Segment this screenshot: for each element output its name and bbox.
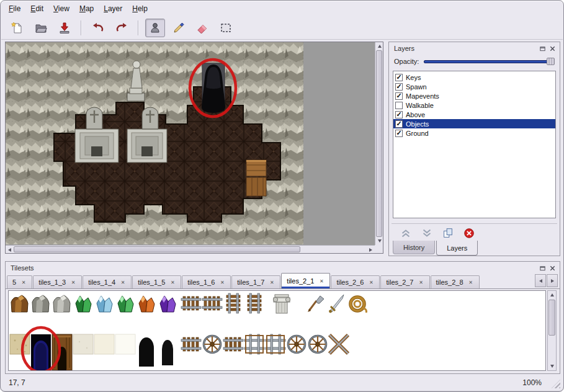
tile-wagon-wheel[interactable] [310,336,326,353]
tileset-tab-tiles_2_6[interactable]: tiles_2_6 [331,275,380,288]
menu-layer[interactable]: Layer [99,2,127,15]
scroll-left-arrow[interactable] [6,246,14,254]
scroll-up-arrow[interactable] [548,291,556,299]
menu-file[interactable]: File [4,2,25,15]
rect-select-tool-button[interactable] [216,19,236,37]
tileset-tab-tiles_1_7[interactable]: tiles_1_7 [231,275,280,288]
tab-close-icon[interactable] [269,279,275,285]
tile-track-horizontal[interactable] [181,296,201,310]
tile-wagon-wheel[interactable] [204,336,221,353]
tile-green-crystal[interactable] [76,296,91,312]
eraser-tool-button[interactable] [192,19,212,37]
layer-visibility-checkbox[interactable] [395,102,403,109]
map-vscroll-thumb[interactable] [376,50,382,237]
layer-row-above[interactable]: Above [393,110,555,119]
layer-row-walkable[interactable]: Walkable [393,100,555,110]
layer-row-spawn[interactable]: Spawn [393,82,555,91]
scroll-tabs-right-button[interactable] [547,274,558,287]
layer-visibility-checkbox[interactable] [395,111,403,118]
opacity-slider-track[interactable] [424,60,553,63]
tile-orange-crystal[interactable] [139,296,154,312]
tile-track-vertical[interactable] [226,293,240,313]
tab-close-icon[interactable] [468,279,474,285]
tile-column-capital[interactable] [273,295,290,313]
tileset-tab-tiles_2_1[interactable]: tiles_2_1 [281,273,330,288]
scroll-right-arrow[interactable] [367,246,375,254]
resize-grip[interactable] [552,380,560,388]
tab-close-icon[interactable] [318,278,325,284]
tileset-tab-tiles_1_3[interactable]: tiles_1_3 [33,275,82,288]
open-file-button[interactable] [31,19,51,37]
tile-track-vertical[interactable] [248,293,261,313]
tileset-tab-tiles_2_8[interactable]: tiles_2_8 [431,275,480,288]
tile-cave-entrance[interactable] [139,337,154,367]
map-hscroll-thumb[interactable] [14,246,300,252]
scroll-down-arrow[interactable] [375,237,383,245]
layer-visibility-checkbox[interactable] [395,120,403,128]
opacity-slider-handle[interactable] [547,58,555,65]
menu-help[interactable]: Help [127,2,153,15]
tileset-content[interactable] [8,290,546,371]
tileset-scrollbar[interactable] [547,290,557,371]
layer-row-mapevents[interactable]: Mapevents [393,91,555,100]
move-layer-down-button[interactable] [419,226,435,241]
scroll-tabs-left-button[interactable] [535,274,546,287]
tile-cave-entrance-narrow[interactable] [162,340,173,365]
float-panel-button[interactable] [537,44,547,53]
menu-edit[interactable]: Edit [25,2,48,15]
tile-track-horizontal[interactable] [202,296,222,310]
tileset-tab-tiles_1_6[interactable]: tiles_1_6 [182,275,231,288]
layer-row-ground[interactable]: Ground [393,128,555,138]
tile-silver-rock[interactable] [53,295,70,312]
close-panel-button[interactable] [547,44,557,53]
layer-visibility-checkbox[interactable] [395,92,403,100]
map-art[interactable] [6,42,303,244]
float-panel-button[interactable] [537,264,547,273]
tile-ice-crystal[interactable] [97,296,112,312]
tile-rope-coil[interactable] [351,297,367,313]
layer-visibility-checkbox[interactable] [395,74,403,81]
tile-light-stone[interactable] [73,334,93,354]
brush-tool-button[interactable] [169,19,189,37]
tile-pale-stone[interactable] [94,334,114,354]
tile-track-crossing[interactable] [266,334,285,354]
tile-copper-rock[interactable] [11,295,28,312]
tileset-tab-tiles_2_7[interactable]: tiles_2_7 [380,275,429,288]
tile-white-stone[interactable] [115,334,135,354]
menu-map[interactable]: Map [74,2,99,15]
tab-close-icon[interactable] [368,279,374,285]
dock-tab-layers[interactable]: Layers [436,241,478,256]
new-file-button[interactable] [7,19,27,37]
delete-layer-button[interactable] [461,226,477,241]
tab-close-icon[interactable] [169,279,176,285]
tile-blue-doorway-selected[interactable] [31,334,51,370]
tab-close-icon[interactable] [70,279,76,285]
tab-close-icon[interactable] [20,279,27,285]
tile-track-diagonal-cross[interactable] [329,335,348,354]
move-layer-up-button[interactable] [398,226,414,241]
opacity-slider[interactable] [424,57,555,66]
tile-gray-rock[interactable] [32,295,49,312]
map-vertical-scrollbar[interactable] [375,42,383,245]
layer-row-objects[interactable]: Objects [393,119,555,128]
scroll-down-arrow[interactable] [548,362,556,370]
tile-track-crossing[interactable] [244,334,264,354]
tab-close-icon[interactable] [418,279,424,285]
tile-wagon-wheel[interactable] [289,336,305,353]
tile-emerald-crystal[interactable] [118,296,133,312]
close-panel-button[interactable] [547,264,557,273]
tab-close-icon[interactable] [219,279,225,285]
object-stamp-tool-button[interactable] [145,19,165,37]
scroll-up-arrow[interactable] [375,42,383,50]
save-file-button[interactable] [55,19,74,37]
layer-visibility-checkbox[interactable] [395,130,403,137]
tileset-tab-tiles_1_4[interactable]: tiles_1_4 [83,275,132,288]
layer-row-keys[interactable]: Keys [393,73,555,82]
layer-visibility-checkbox[interactable] [395,83,403,91]
menu-view[interactable]: View [48,2,74,15]
tile-shovel[interactable] [308,296,324,312]
map-canvas-viewport[interactable] [5,42,383,254]
tileset-art[interactable] [9,291,546,371]
redo-button[interactable] [112,19,132,37]
undo-button[interactable] [88,19,108,37]
